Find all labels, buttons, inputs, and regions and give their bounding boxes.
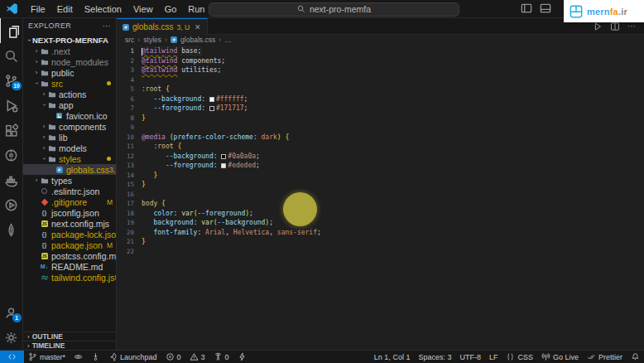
menu-edit[interactable]: Edit <box>51 4 79 14</box>
code-line-22[interactable]: 22 <box>117 247 644 257</box>
color-swatch[interactable] <box>209 106 214 111</box>
errors-indicator[interactable]: 0 <box>161 351 185 363</box>
tree-item-actions[interactable]: ›actions <box>23 89 116 99</box>
code-line-21[interactable]: 21} <box>117 237 644 247</box>
tree-item-favicon-ico[interactable]: favicon.ico <box>23 110 116 121</box>
settings-gear-icon[interactable] <box>0 325 23 350</box>
code-line-10[interactable]: 10@media (prefers-color-scheme: dark) { <box>117 133 644 143</box>
remote-icon[interactable] <box>0 351 24 363</box>
git-branch-indicator[interactable]: master* <box>24 351 70 363</box>
eol[interactable]: LF <box>485 351 502 363</box>
tree-item-node-modules[interactable]: ›node_modules <box>23 56 116 67</box>
tree-item-next-pro-mernfa[interactable]: ›NEXT-PRO-MERNFA <box>23 35 116 46</box>
code-line-14[interactable]: 14 } <box>117 171 644 181</box>
tree-item-types[interactable]: ›types <box>23 175 116 186</box>
breadcrumb-item-globalscss[interactable]: globals.css <box>180 36 215 44</box>
tree-item-readme-md[interactable]: M↓README.md <box>23 261 116 272</box>
tree-item-next-config-mjs[interactable]: JSnext.config.mjs <box>23 218 116 229</box>
tree-item--eslintrc-json[interactable]: .eslintrc.json <box>23 186 116 196</box>
tree-item-package-lock-json[interactable]: {}package-lock.jsonM <box>23 229 116 240</box>
explorer-icon[interactable] <box>0 18 23 43</box>
tree-item-models[interactable]: ›models <box>23 143 116 153</box>
breadcrumb-item-styles[interactable]: styles <box>143 36 161 44</box>
indentation[interactable]: Spaces: 3 <box>414 351 455 363</box>
search-icon[interactable] <box>0 43 23 68</box>
docker-icon[interactable] <box>0 167 23 192</box>
extensions-icon[interactable] <box>0 118 23 143</box>
code-line-15[interactable]: 15} <box>117 180 644 190</box>
live-preview-icon[interactable] <box>0 192 23 217</box>
code-line-20[interactable]: 20 font-family: Arial, Helvetica, sans-s… <box>117 228 644 238</box>
code-line-17[interactable]: 17body { <box>117 199 644 209</box>
tree-item-lib[interactable]: ›lib <box>23 132 116 143</box>
breadcrumb[interactable]: src›styles›#globals.css›… <box>117 35 644 45</box>
warnings-indicator[interactable]: 3 <box>185 351 209 363</box>
tree-item-globals-css[interactable]: #globals.css3, U <box>23 164 116 175</box>
source-control-icon[interactable]: 10 <box>0 68 23 93</box>
panel-timeline[interactable]: ›TIMELINE <box>23 341 116 350</box>
code-line-2[interactable]: 2@tailwind components; <box>117 56 644 66</box>
code-line-16[interactable]: 16 <box>117 190 644 200</box>
code-line-11[interactable]: 11 :root { <box>117 142 644 152</box>
code-line-9[interactable]: 9 <box>117 123 644 133</box>
run-file-icon[interactable] <box>593 22 603 31</box>
code-line-13[interactable]: 13 --foreground: #ededed; <box>117 161 644 171</box>
color-swatch[interactable] <box>221 163 226 168</box>
breadcrumb-item-src[interactable]: src <box>125 36 134 44</box>
split-editor-icon[interactable] <box>610 22 620 31</box>
toggle-panel-icon[interactable] <box>540 2 551 14</box>
code-line-8[interactable]: 8} <box>117 114 644 123</box>
code-line-7[interactable]: 7 --foreground: #171717; <box>117 104 644 114</box>
command-center-search[interactable]: next-pro-memfa <box>209 2 459 17</box>
encoding[interactable]: UTF-8 <box>455 351 485 363</box>
tree-item-tailwind-config-js[interactable]: tailwind.config.jsM <box>23 272 116 283</box>
gitlens-icon[interactable] <box>87 351 104 363</box>
menu-selection[interactable]: Selection <box>79 4 127 14</box>
toggle-sidebar-icon[interactable] <box>521 2 532 14</box>
tree-item-src[interactable]: ›src <box>23 78 116 89</box>
launchpad-item[interactable]: Launchpad <box>104 351 161 363</box>
prettier-indicator[interactable]: Prettier <box>583 351 627 363</box>
tab-close-icon[interactable]: ✕ <box>195 23 201 31</box>
remote-explorer-icon[interactable] <box>0 143 23 167</box>
breadcrumb-item-[interactable]: … <box>224 36 232 44</box>
code-line-3[interactable]: 3@tailwind utilities; <box>117 65 644 75</box>
code-line-19[interactable]: 19 background: var(--background); <box>117 218 644 228</box>
panel-outline[interactable]: ›OUTLINE <box>23 332 116 341</box>
explorer-more-icon[interactable]: ··· <box>103 22 111 30</box>
code-line-4[interactable]: 4 <box>117 75 644 85</box>
mongodb-icon[interactable] <box>0 217 23 242</box>
color-swatch[interactable] <box>221 154 226 159</box>
run-debug-icon[interactable] <box>0 93 23 118</box>
tab-globals-css[interactable]: # globals.css 3, U ✕ <box>117 18 208 35</box>
gitlens-eye-icon[interactable] <box>70 351 87 363</box>
code-line-12[interactable]: 12 --background: #0a0a0a; <box>117 152 644 162</box>
code-line-6[interactable]: 6 --background: #ffffff; <box>117 94 644 104</box>
tree-item-postcss-config-mjs[interactable]: JSpostcss.config.mjs <box>23 250 116 261</box>
tree-item-package-json[interactable]: {}package.jsonM <box>23 240 116 250</box>
zap-icon[interactable] <box>233 351 251 363</box>
editor-more-actions-icon[interactable]: ··· <box>627 22 636 31</box>
accounts-icon[interactable]: 1 <box>0 300 23 325</box>
language-mode[interactable]: CSS <box>502 351 537 363</box>
code-editor[interactable]: 1@tailwind base;2@tailwind components;3@… <box>117 46 644 256</box>
tree-item-app[interactable]: ›app <box>23 99 116 110</box>
menu-go[interactable]: Go <box>159 4 183 14</box>
notifications-bell[interactable] <box>627 351 644 363</box>
menu-run[interactable]: Run <box>182 4 210 14</box>
tree-item-jsconfig-json[interactable]: {}jsconfig.json <box>23 207 116 218</box>
menu-view[interactable]: View <box>127 4 159 14</box>
tree-item--next[interactable]: ›.next <box>23 46 116 56</box>
ports-indicator[interactable]: 0 <box>209 351 233 363</box>
code-line-5[interactable]: 5:root { <box>117 85 644 94</box>
color-swatch[interactable] <box>209 97 214 102</box>
tree-item-styles[interactable]: ›styles <box>23 153 116 164</box>
tree-item-components[interactable]: ›components <box>23 121 116 132</box>
tree-item-public[interactable]: ›public <box>23 67 116 78</box>
tree-item--gitignore[interactable]: .gitignoreM <box>23 196 116 207</box>
cursor-position[interactable]: Ln 1, Col 1 <box>370 351 415 363</box>
go-live-button[interactable]: Go Live <box>537 351 583 363</box>
code-line-18[interactable]: 18 color: var(--foreground); <box>117 209 644 219</box>
code-line-1[interactable]: 1@tailwind base; <box>117 46 644 56</box>
menu-file[interactable]: File <box>25 4 51 14</box>
